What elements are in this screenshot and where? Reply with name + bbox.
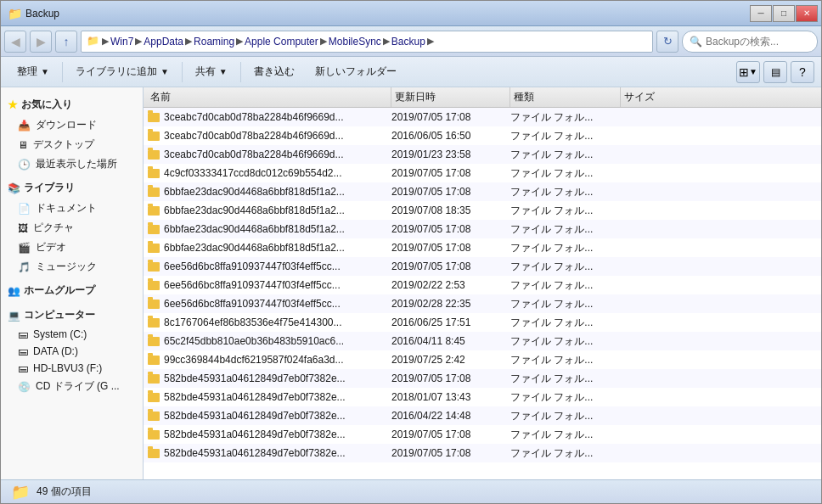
file-folder-icon — [147, 316, 160, 329]
file-folder-icon — [147, 334, 160, 348]
table-row[interactable]: 99cc369844b4dcf6219587f024fa6a3d... 2019… — [144, 350, 821, 369]
explorer-window: 📁 Backup ─ □ ✕ ◀ ▶ ↑ 📁 ▶ Win7 ▶ AppData … — [0, 0, 822, 504]
sidebar-item-drive-f[interactable]: 🖴 HD-LBVU3 (F:) — [1, 360, 143, 377]
col-header-date[interactable]: 更新日時 — [391, 87, 510, 107]
preview-pane-button[interactable]: ▤ — [763, 61, 787, 83]
search-input[interactable] — [706, 36, 810, 48]
file-date: 2019/01/23 23:58 — [391, 148, 510, 160]
up-button[interactable]: ↑ — [55, 31, 77, 53]
table-row[interactable]: 3ceabc7d0cab0d78ba2284b46f9669d... 2019/… — [144, 145, 821, 164]
file-name: 582bde45931a04612849d7eb0f7382e... — [164, 428, 391, 440]
back-button[interactable]: ◀ — [4, 31, 26, 53]
burn-button[interactable]: 書き込む — [245, 60, 304, 84]
sidebar-item-pictures[interactable]: 🖼 ピクチャ — [1, 218, 143, 238]
minimize-button[interactable]: ─ — [750, 5, 772, 22]
file-type: ファイル フォル... — [510, 278, 629, 293]
sidebar-item-downloads[interactable]: 📥 ダウンロード — [1, 115, 143, 135]
table-row[interactable]: 6bbfae23dac90d4468a6bbf818d5f1a2... 2019… — [144, 238, 821, 257]
file-type: ファイル フォル... — [510, 260, 629, 274]
table-row[interactable]: 582bde45931a04612849d7eb0f7382e... 2018/… — [144, 388, 821, 406]
new-folder-label: 新しいフォルダー — [315, 64, 397, 79]
file-type: ファイル フォル... — [510, 241, 629, 255]
maximize-button[interactable]: □ — [773, 5, 795, 22]
table-row[interactable]: 3ceabc7d0cab0d78ba2284b46f9669d... 2019/… — [144, 108, 821, 126]
table-row[interactable]: 582bde45931a04612849d7eb0f7382e... 2016/… — [144, 406, 821, 425]
col-header-type[interactable]: 種類 — [510, 87, 621, 107]
drive-g-icon: 💿 — [18, 381, 31, 393]
close-button[interactable]: ✕ — [796, 5, 818, 22]
table-row[interactable]: 8c1767064ef86b83536e4f75e414300... 2016/… — [144, 313, 821, 332]
sidebar-item-drive-d[interactable]: 🖴 DATA (D:) — [1, 343, 143, 360]
table-row[interactable]: 6bbfae23dac90d4468a6bbf818d5f1a2... 2019… — [144, 182, 821, 201]
table-row[interactable]: 6ee56d6bc8ffa910937447f03f4eff5cc... 201… — [144, 294, 821, 313]
sidebar-item-recent[interactable]: 🕒 最近表示した場所 — [1, 154, 143, 174]
file-name: 582bde45931a04612849d7eb0f7382e... — [164, 372, 391, 384]
file-name: 6bbfae23dac90d4468a6bbf818d5f1a2... — [164, 186, 391, 198]
table-row[interactable]: 65c2f45dbb810ae0b36b483b5910ac6... 2016/… — [144, 332, 821, 350]
file-date: 2019/02/28 22:35 — [391, 298, 510, 310]
file-type: ファイル フォル... — [510, 353, 629, 367]
breadcrumb-mobilesync[interactable]: MobileSync — [329, 36, 381, 48]
table-row[interactable]: 582bde45931a04612849d7eb0f7382e... 2019/… — [144, 444, 821, 462]
file-date: 2019/07/05 17:08 — [391, 186, 510, 198]
file-folder-icon — [147, 185, 160, 199]
share-button[interactable]: 共有 ▼ — [186, 60, 237, 84]
refresh-button[interactable]: ↻ — [656, 31, 678, 53]
table-row[interactable]: 6bbfae23dac90d4468a6bbf818d5f1a2... 2019… — [144, 201, 821, 220]
breadcrumb-apple[interactable]: Apple Computer — [245, 36, 318, 48]
table-row[interactable]: 582bde45931a04612849d7eb0f7382e... 2019/… — [144, 369, 821, 388]
organize-button[interactable]: 整理 ▼ — [8, 60, 59, 84]
file-type: ファイル フォル... — [510, 185, 629, 199]
file-name: 4c9cf03333417ccd8dc012c69b554d2... — [164, 167, 391, 179]
file-type: ファイル フォル... — [510, 390, 629, 405]
video-label: ビデオ — [36, 240, 66, 255]
file-date: 2019/07/05 17:08 — [391, 111, 510, 123]
file-folder-icon — [147, 222, 160, 236]
computer-icon: 💻 — [8, 310, 20, 322]
sidebar-item-documents[interactable]: 📄 ドキュメント — [1, 199, 143, 218]
help-button[interactable]: ? — [791, 61, 814, 83]
breadcrumb-appdata[interactable]: AppData — [144, 36, 183, 48]
file-type: ファイル フォル... — [510, 372, 629, 386]
sidebar-item-video[interactable]: 🎬 ビデオ — [1, 238, 143, 257]
table-row[interactable]: 3ceabc7d0cab0d78ba2284b46f9669d... 2016/… — [144, 126, 821, 145]
file-name: 3ceabc7d0cab0d78ba2284b46f9669d... — [164, 148, 391, 160]
drive-f-icon: 🖴 — [18, 362, 28, 374]
view-button[interactable]: ⊞ ▼ — [736, 61, 760, 83]
file-name: 6bbfae23dac90d4468a6bbf818d5f1a2... — [164, 204, 391, 216]
sidebar-item-drive-g[interactable]: 💿 CD ドライブ (G ... — [1, 377, 143, 396]
file-name: 6ee56d6bc8ffa910937447f03f4eff5cc... — [164, 279, 391, 291]
col-header-size[interactable]: サイズ — [621, 87, 818, 107]
documents-icon: 📄 — [18, 203, 31, 215]
file-folder-icon — [147, 260, 160, 273]
table-row[interactable]: 6ee56d6bc8ffa910937447f03f4eff5cc... 201… — [144, 257, 821, 276]
breadcrumb-roaming[interactable]: Roaming — [194, 36, 234, 48]
sidebar-homegroup-section: 👥 ホームグループ — [1, 280, 143, 301]
libraries-label: ライブラリ — [24, 181, 75, 195]
breadcrumb-backup[interactable]: Backup — [391, 36, 425, 48]
table-row[interactable]: 6ee56d6bc8ffa910937447f03f4eff5cc... 201… — [144, 276, 821, 294]
file-date: 2016/04/22 14:48 — [391, 410, 510, 422]
sidebar-item-desktop[interactable]: 🖥 デスクトップ — [1, 135, 143, 154]
file-folder-icon — [147, 241, 160, 255]
main-area: ★ お気に入り 📥 ダウンロード 🖥 デスクトップ 🕒 最近表示した場所 — [1, 87, 821, 479]
forward-button[interactable]: ▶ — [30, 31, 52, 53]
file-folder-icon — [147, 390, 160, 404]
table-row[interactable]: 6bbfae23dac90d4468a6bbf818d5f1a2... 2019… — [144, 220, 821, 238]
video-icon: 🎬 — [18, 242, 31, 254]
table-row[interactable]: 582bde45931a04612849d7eb0f7382e... 2019/… — [144, 425, 821, 444]
drive-d-label: DATA (D:) — [33, 345, 78, 357]
view-arrow: ▼ — [749, 67, 757, 76]
sidebar-item-drive-c[interactable]: 🖴 System (C:) — [1, 326, 143, 343]
drive-g-label: CD ドライブ (G ... — [36, 379, 120, 394]
sidebar-item-music[interactable]: 🎵 ミュージック — [1, 257, 143, 277]
table-row[interactable]: 4c9cf03333417ccd8dc012c69b554d2... 2019/… — [144, 164, 821, 182]
breadcrumb-win7[interactable]: Win7 — [110, 36, 133, 48]
library-button[interactable]: ライブラリに追加 ▼ — [66, 60, 178, 84]
file-folder-icon — [147, 297, 160, 311]
new-folder-button[interactable]: 新しいフォルダー — [306, 60, 406, 84]
file-type: ファイル フォル... — [510, 222, 629, 237]
col-header-name[interactable]: 名前 — [147, 87, 391, 107]
file-name: 6ee56d6bc8ffa910937447f03f4eff5cc... — [164, 298, 391, 310]
file-list: 3ceabc7d0cab0d78ba2284b46f9669d... 2019/… — [144, 108, 821, 479]
